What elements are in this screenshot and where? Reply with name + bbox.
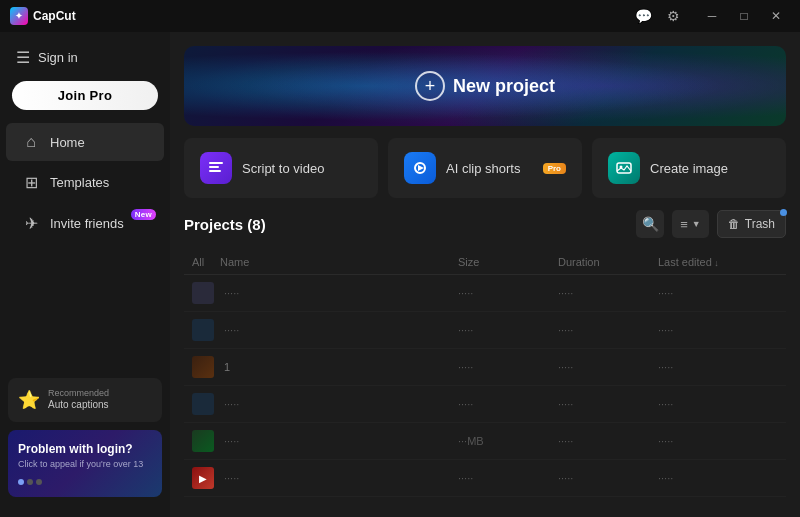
row-size: ····· [458,287,558,299]
dot-0 [18,479,24,485]
projects-header: Projects (8) 🔍 ≡ ▼ 🗑 Trash [184,210,786,238]
projects-title: Projects (8) [184,216,266,233]
view-list-icon: ≡ [680,217,688,232]
row-edited: ····· [658,435,778,447]
sidebar-bottom: ⭐ Recommended Auto captions Problem with… [0,368,170,507]
row-edited: ····· [658,472,778,484]
sidebar-top: ☰ Sign in Join Pro [0,42,170,122]
table-row[interactable]: ····· ···MB ····· ····· [184,423,786,460]
app-body: ☰ Sign in Join Pro ⌂ Home ⊞ Templates ✈ … [0,32,800,517]
table-row[interactable]: ····· ····· ····· ····· [184,312,786,349]
row-duration: ····· [558,435,658,447]
new-badge: New [131,209,156,220]
maximize-button[interactable]: □ [730,6,758,26]
thumbnail: ▶ [192,467,214,489]
promo-title: Problem with login? [18,442,152,456]
row-duration: ····· [558,472,658,484]
close-button[interactable]: ✕ [762,6,790,26]
rec-title: Auto captions [48,398,109,412]
svg-rect-0 [209,162,223,164]
row-duration: ····· [558,324,658,336]
titlebar: ✦ CapCut 💬 ⚙ ─ □ ✕ [0,0,800,32]
trash-label: Trash [745,217,775,231]
svg-rect-2 [209,170,221,172]
col-name: Name [220,256,458,268]
row-edited: ····· [658,398,778,410]
promo-subtitle: Click to appeal if you're over 13 [18,459,152,471]
sidebar-item-invite[interactable]: ✈ Invite friends New [6,204,164,243]
rec-content: Recommended Auto captions [48,388,109,412]
table-row[interactable]: 1 ····· ····· ····· [184,349,786,386]
trash-icon: 🗑 [728,217,740,231]
new-project-label: New project [453,76,555,97]
row-name: ····· [220,472,458,484]
row-name: 1 [220,361,458,373]
projects-table: All Name Size Duration Last edited ·····… [184,250,786,497]
col-all: All [192,256,220,268]
sidebar-item-templates[interactable]: ⊞ Templates [6,163,164,202]
ai-clip-shorts-card[interactable]: AI clip shorts Pro [388,138,582,198]
table-header: All Name Size Duration Last edited [184,250,786,275]
row-name: ····· [220,287,458,299]
row-name: ····· [220,435,458,447]
trash-button[interactable]: 🗑 Trash [717,210,786,238]
row-edited: ····· [658,361,778,373]
join-pro-button[interactable]: Join Pro [12,81,158,110]
row-duration: ····· [558,398,658,410]
script-to-video-icon [200,152,232,184]
templates-icon: ⊞ [22,173,40,192]
row-size: ····· [458,398,558,410]
recommendation-card[interactable]: ⭐ Recommended Auto captions [8,378,162,422]
svg-marker-4 [418,165,424,171]
logo-icon: ✦ [10,7,28,25]
table-row[interactable]: ····· ····· ····· ····· [184,386,786,423]
promo-card[interactable]: Problem with login? Click to appeal if y… [8,430,162,497]
plus-icon: + [415,71,445,101]
chevron-down-icon: ▼ [692,219,701,229]
ai-clip-shorts-label: AI clip shorts [446,161,520,176]
action-row: Script to video AI clip shorts Pro [184,138,786,198]
settings-button[interactable]: ⚙ [662,5,684,27]
row-size: ···MB [458,435,558,447]
pro-badge: Pro [543,163,566,174]
row-size: ····· [458,472,558,484]
view-toggle-button[interactable]: ≡ ▼ [672,210,709,238]
row-duration: ····· [558,287,658,299]
row-size: ····· [458,361,558,373]
thumbnail [192,319,214,341]
signin-row[interactable]: ☰ Sign in [12,42,158,73]
col-size: Size [458,256,558,268]
app-name: CapCut [33,9,76,23]
titlebar-icons: 💬 ⚙ [632,5,684,27]
create-image-label: Create image [650,161,728,176]
row-name: ····· [220,324,458,336]
script-to-video-card[interactable]: Script to video [184,138,378,198]
rec-icon: ⭐ [18,389,40,411]
invite-icon: ✈ [22,214,40,233]
message-button[interactable]: 💬 [632,5,654,27]
thumbnail [192,393,214,415]
hero-banner[interactable]: + New project [184,46,786,126]
trash-notification-dot [780,209,787,216]
create-image-icon [608,152,640,184]
table-row[interactable]: ▶ ····· ····· ····· ····· [184,460,786,497]
col-last-edited[interactable]: Last edited [658,256,778,268]
rec-label: Recommended [48,388,109,398]
create-image-card[interactable]: Create image [592,138,786,198]
new-project-button[interactable]: + New project [415,71,555,101]
search-button[interactable]: 🔍 [636,210,664,238]
svg-rect-1 [209,166,219,168]
main-content: + New project Script to video [170,32,800,517]
col-duration: Duration [558,256,658,268]
sidebar-item-home[interactable]: ⌂ Home [6,123,164,161]
minimize-button[interactable]: ─ [698,6,726,26]
thumbnail [192,430,214,452]
table-row[interactable]: ····· ····· ····· ····· [184,275,786,312]
row-edited: ····· [658,324,778,336]
script-to-video-label: Script to video [242,161,324,176]
dot-2 [36,479,42,485]
thumbnail [192,282,214,304]
row-size: ····· [458,324,558,336]
app-logo: ✦ CapCut [10,7,76,25]
home-icon: ⌂ [22,133,40,151]
